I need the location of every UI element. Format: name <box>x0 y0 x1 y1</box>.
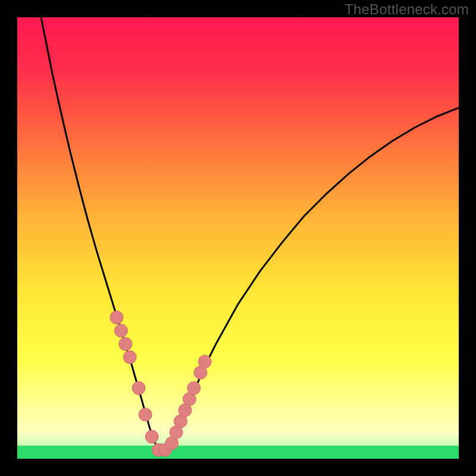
marker-point <box>132 381 145 394</box>
marker-point <box>187 381 201 394</box>
chart-frame: TheBottleneck.com <box>0 0 476 476</box>
marker-point <box>119 337 132 350</box>
marker-point <box>114 324 127 337</box>
marker-point <box>123 350 136 364</box>
marker-point <box>110 311 123 324</box>
watermark-text: TheBottleneck.com <box>345 1 469 18</box>
green-band <box>17 446 459 459</box>
marker-point <box>145 430 158 443</box>
marker-point <box>198 355 211 368</box>
bottleneck-chart <box>17 17 459 459</box>
plot-background <box>17 17 459 459</box>
marker-point <box>139 408 152 421</box>
